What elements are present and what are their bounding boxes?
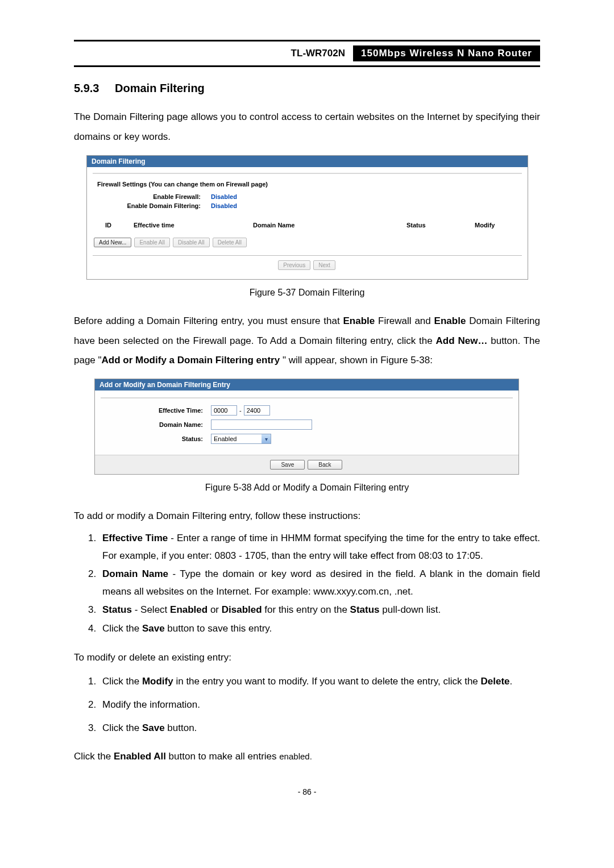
instructions-intro: To add or modify a Domain Filtering entr… [74, 506, 540, 526]
modify-list: Click the Modify in the entry you want t… [74, 673, 540, 737]
add-new-button[interactable]: Add New... [94, 238, 131, 247]
list-item: Click the Save button to save this entry… [99, 620, 540, 638]
list-item: Status - Select Enabled or Disabled for … [99, 601, 540, 619]
filter-table-header: ID Effective time Domain Name Status Mod… [93, 222, 522, 229]
save-button[interactable]: Save [270, 460, 305, 470]
list-item: Domain Name - Type the domain or key wor… [99, 566, 540, 600]
col-domain-name: Domain Name [253, 222, 406, 229]
list-item: Effective Time - Enter a range of time i… [99, 530, 540, 564]
disable-all-button[interactable]: Disable All [173, 238, 210, 247]
col-effective-time: Effective time [134, 222, 253, 229]
enable-firewall-value: Disabled [211, 193, 237, 200]
enable-domain-label: Enable Domain Filtering: [93, 202, 201, 209]
status-label: Status: [101, 435, 203, 442]
modify-intro: To modify or delete an existing entry: [74, 648, 540, 668]
effective-time-to-input[interactable]: 2400 [244, 405, 270, 416]
section-number: 5.9.3 [74, 82, 99, 94]
panel-title: Domain Filtering [87, 156, 528, 167]
effective-time-label: Effective Time: [101, 407, 203, 414]
col-id: ID [105, 222, 134, 229]
doc-header: TL-WR702N 150Mbps Wireless N Nano Router [74, 40, 540, 67]
paragraph-before-fig2: Before adding a Domain Filtering entry, … [74, 312, 540, 371]
figure-domain-filtering: Domain Filtering Firewall Settings (You … [86, 155, 528, 280]
list-item: Click the Save button. [99, 720, 540, 737]
filter-action-row: Add New... Enable All Disable All Delete… [93, 238, 522, 247]
figure-1-caption: Figure 5-37 Domain Filtering [74, 288, 540, 298]
previous-button[interactable]: Previous [278, 260, 310, 270]
domain-name-label: Domain Name: [101, 421, 203, 428]
model-desc: 150Mbps Wireless N Nano Router [353, 45, 540, 61]
firewall-settings-subhead: Firewall Settings (You can change them o… [97, 181, 522, 188]
enable-domain-value: Disabled [211, 202, 237, 209]
effective-time-from-input[interactable]: 0000 [211, 405, 237, 416]
list-item: Click the Modify in the entry you want t… [99, 673, 540, 691]
list-item: Modify the information. [99, 696, 540, 714]
panel-title-2: Add or Modify an Domain Filtering Entry [95, 379, 518, 391]
figure-add-modify-entry: Add or Modify an Domain Filtering Entry … [94, 379, 519, 475]
model-number: TL-WR702N [283, 45, 353, 61]
status-select-value: Enabled [214, 435, 237, 442]
status-select[interactable]: Enabled ▾ [211, 434, 271, 444]
footer-line: Click the Enabled All button to make all… [74, 747, 540, 767]
time-dash: - [239, 407, 242, 414]
intro-paragraph: The Domain Filtering page allows you to … [74, 107, 540, 147]
back-button[interactable]: Back [308, 460, 342, 470]
enable-all-button[interactable]: Enable All [134, 238, 169, 247]
enable-firewall-label: Enable Firewall: [93, 193, 201, 200]
col-modify: Modify [475, 222, 515, 229]
form-action-row: Save Back [95, 455, 518, 474]
chevron-down-icon: ▾ [262, 434, 271, 443]
section-heading: 5.9.3 Domain Filtering [74, 82, 540, 95]
delete-all-button[interactable]: Delete All [213, 238, 247, 247]
domain-name-input[interactable] [211, 420, 312, 430]
page-number: - 86 - [74, 787, 540, 796]
instructions-list: Effective Time - Enter a range of time i… [74, 530, 540, 638]
pager-row: Previous Next [93, 260, 522, 273]
section-title: Domain Filtering [115, 82, 205, 94]
col-status: Status [406, 222, 475, 229]
figure-2-caption: Figure 5-38 Add or Modify a Domain Filte… [74, 483, 540, 493]
next-button[interactable]: Next [313, 260, 335, 270]
